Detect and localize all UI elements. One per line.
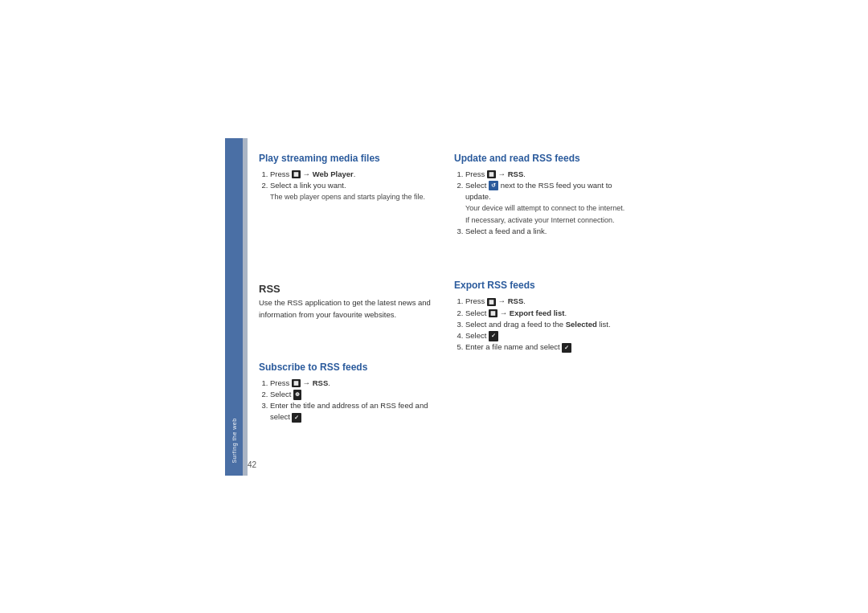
export-step-2: Select ▦ → Export feed list. [465, 308, 630, 319]
menu-icon-1: ▦ [292, 170, 301, 178]
menu-icon-u1: ▦ [487, 170, 496, 178]
page-number: 42 [248, 460, 256, 469]
export-step-4: Select ✓ [465, 330, 630, 341]
update-title: Update and read RSS feeds [454, 153, 630, 164]
update-section: Update and read RSS feeds Press ▦ → RSS.… [454, 153, 630, 271]
update-step-2: Select ↺ next to the RSS feed you want t… [465, 180, 630, 227]
subscribe-title: Subscribe to RSS feeds [259, 362, 435, 373]
export-section: Export RSS feeds Press ▦ → RSS. Select ▦… [454, 280, 630, 456]
check-icon-e5: ✓ [562, 343, 571, 353]
play-streaming-section: Play streaming media files Press ▦ → Web… [259, 153, 435, 274]
subscribe-section: Subscribe to RSS feeds Press ▦ → RSS. Se… [259, 362, 435, 456]
subscribe-step-3: Enter the title and address of an RSS fe… [270, 400, 435, 423]
menu-icon-e2: ▦ [489, 309, 497, 317]
check-icon-e4: ✓ [489, 331, 498, 341]
export-step-5: Enter a file name and select ✓ [465, 341, 630, 353]
rss-title: RSS [259, 283, 435, 295]
rss-intro-section: RSS Use the RSS application to get the l… [259, 280, 435, 356]
new-icon: ⊕ [293, 390, 301, 400]
export-title: Export RSS feeds [454, 280, 630, 291]
rss-intro-text: Use the RSS application to get the lates… [259, 297, 435, 321]
play-streaming-title: Play streaming media files [259, 153, 435, 164]
menu-icon-s1: ▦ [292, 379, 301, 387]
subscribe-step-1: Press ▦ → RSS. [270, 378, 435, 389]
sidebar-label: Surfing the web [231, 418, 237, 463]
export-step-3: Select and drag a feed to the Selected l… [465, 319, 630, 330]
content-area: Play streaming media files Press ▦ → Web… [248, 138, 643, 476]
sidebar-strip: Surfing the web [225, 138, 243, 476]
subscribe-step-2: Select ⊕ [270, 389, 435, 400]
export-step-1: Press ▦ → RSS. [465, 296, 630, 307]
refresh-icon: ↺ [489, 181, 498, 191]
page-container: Surfing the web Play streaming media fil… [0, 0, 868, 613]
play-step-1: Press ▦ → Web Player. [270, 169, 435, 180]
check-icon-s3: ✓ [292, 413, 301, 423]
play-step-2: Select a link you want. The web player o… [270, 180, 435, 203]
menu-icon-e1: ▦ [487, 298, 496, 306]
doc-page: Surfing the web Play streaming media fil… [225, 138, 643, 476]
update-step-3: Select a feed and a link. [465, 226, 630, 237]
update-step-1: Press ▦ → RSS. [465, 169, 630, 180]
